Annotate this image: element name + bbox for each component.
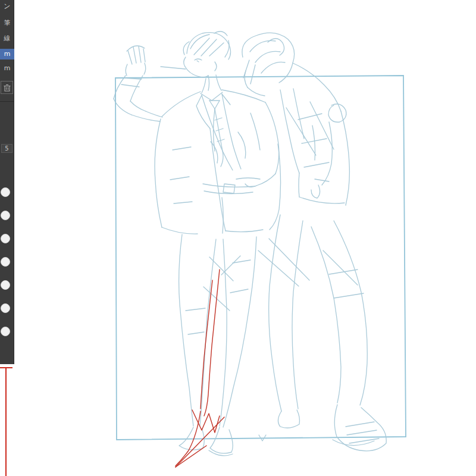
sidebar-item-tool-4-selected[interactable]: m bbox=[0, 49, 14, 60]
brush-preset-dot[interactable] bbox=[1, 257, 10, 267]
app-window: ン 筆 線 m m 5 bbox=[0, 0, 476, 476]
brush-preset-dot[interactable] bbox=[1, 280, 10, 290]
sidebar-item-tool-2[interactable]: 筆 bbox=[0, 18, 14, 29]
red-guide-vertical bbox=[5, 367, 7, 476]
sidebar-item-tool-5[interactable]: m bbox=[0, 63, 14, 74]
brush-preset-dot[interactable] bbox=[1, 187, 10, 197]
bottom-left-panel bbox=[0, 364, 14, 476]
brush-preset-dot[interactable] bbox=[1, 234, 10, 243]
canvas-artwork bbox=[0, 0, 476, 476]
sidebar-item-tool-1[interactable]: ン bbox=[0, 1, 14, 12]
brush-size-spinner[interactable]: 5 bbox=[1, 144, 12, 153]
sketch-figures bbox=[114, 32, 386, 456]
brush-preset-dot[interactable] bbox=[1, 327, 10, 336]
draft-frame bbox=[115, 76, 406, 440]
delete-brush-button[interactable] bbox=[1, 81, 13, 94]
tool-sidebar: ン 筆 線 m m 5 bbox=[0, 0, 14, 364]
brush-preset-dot[interactable] bbox=[1, 303, 10, 313]
sidebar-divider bbox=[0, 101, 14, 102]
brush-preset-dot[interactable] bbox=[1, 211, 10, 220]
trash-icon bbox=[4, 84, 11, 92]
canvas-area[interactable] bbox=[0, 0, 476, 476]
sidebar-item-tool-3[interactable]: 線 bbox=[0, 33, 14, 44]
